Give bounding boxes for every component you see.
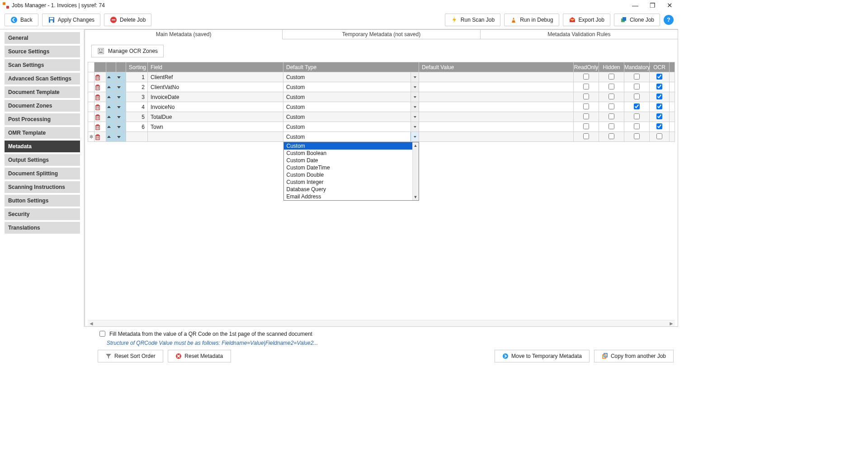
default-value-cell[interactable] <box>419 102 574 112</box>
ocr-checkbox[interactable] <box>650 132 670 142</box>
sidebar-item-document-template[interactable]: Document Template <box>5 86 80 98</box>
sorting-cell[interactable]: 4 <box>126 102 148 112</box>
chevron-down-icon[interactable] <box>410 132 419 141</box>
hidden-checkbox[interactable] <box>599 82 624 92</box>
tab-temp-metadata[interactable]: Temporary Metadata (not saved) <box>283 29 480 39</box>
hidden-checkbox[interactable] <box>599 102 624 112</box>
readonly-checkbox[interactable] <box>574 132 599 142</box>
field-cell[interactable]: InvoiceNo <box>148 102 283 112</box>
dropdown-option[interactable]: Custom Boolean <box>284 150 419 157</box>
export-job-button[interactable]: Export Job <box>563 14 610 26</box>
sidebar-item-scan-settings[interactable]: Scan Settings <box>5 59 80 71</box>
move-down-button[interactable] <box>116 72 126 82</box>
col-hidden[interactable]: Hidden <box>599 62 624 72</box>
close-button[interactable]: ✕ <box>661 0 678 11</box>
sorting-cell[interactable]: 3 <box>126 92 148 102</box>
chevron-down-icon[interactable] <box>410 82 419 92</box>
dropdown-option[interactable]: Database Query <box>284 186 419 193</box>
dropdown-option[interactable]: Custom <box>284 142 419 150</box>
delete-row-button[interactable] <box>94 132 106 142</box>
col-field[interactable]: Field <box>148 62 283 72</box>
ocr-checkbox[interactable] <box>650 112 670 122</box>
dropdown-option[interactable]: Email Address <box>284 193 419 200</box>
scroll-up-icon[interactable]: ▲ <box>413 142 419 149</box>
col-sorting[interactable]: Sorting <box>126 62 148 72</box>
back-button[interactable]: Back <box>5 14 38 26</box>
fill-from-qr-checkbox[interactable] <box>99 331 105 337</box>
mandatory-checkbox[interactable] <box>624 92 650 102</box>
move-up-button[interactable] <box>106 132 116 142</box>
ocr-checkbox[interactable] <box>650 72 670 82</box>
default-value-cell[interactable] <box>419 122 574 132</box>
grid-vscroll[interactable] <box>670 62 675 72</box>
default-type-dropdown[interactable]: CustomCustom BooleanCustom DateCustom Da… <box>283 142 419 201</box>
default-value-cell[interactable] <box>419 132 574 142</box>
sidebar-item-document-zones[interactable]: Document Zones <box>5 100 80 112</box>
delete-row-button[interactable] <box>94 82 106 92</box>
delete-row-button[interactable] <box>94 102 106 112</box>
chevron-down-icon[interactable] <box>410 72 419 82</box>
move-up-button[interactable] <box>106 112 116 122</box>
sorting-cell[interactable]: 2 <box>126 82 148 92</box>
field-cell[interactable] <box>148 132 283 142</box>
default-type-cell[interactable]: Custom <box>283 122 419 132</box>
tab-validation-rules[interactable]: Metadata Validation Rules <box>481 29 678 39</box>
ocr-checkbox[interactable] <box>650 82 670 92</box>
default-value-cell[interactable] <box>419 82 574 92</box>
sidebar-item-button-settings[interactable]: Button Settings <box>5 195 80 207</box>
mandatory-checkbox[interactable] <box>624 82 650 92</box>
default-value-cell[interactable] <box>419 112 574 122</box>
default-type-cell[interactable]: Custom <box>283 72 419 82</box>
chevron-down-icon[interactable] <box>410 92 419 102</box>
readonly-checkbox[interactable] <box>574 122 599 132</box>
sidebar-item-advanced-scan-settings[interactable]: Advanced Scan Settings <box>5 73 80 85</box>
chevron-down-icon[interactable] <box>410 112 419 122</box>
hidden-checkbox[interactable] <box>599 112 624 122</box>
col-mandatory[interactable]: Mandatory <box>624 62 650 72</box>
default-type-cell[interactable]: Custom <box>283 102 419 112</box>
scroll-down-icon[interactable]: ▼ <box>413 194 419 200</box>
col-default-value[interactable]: Default Value <box>419 62 574 72</box>
readonly-checkbox[interactable] <box>574 112 599 122</box>
dropdown-option[interactable]: Custom DateTime <box>284 164 419 171</box>
sidebar-item-document-splitting[interactable]: Document Splitting <box>5 168 80 179</box>
move-down-button[interactable] <box>116 82 126 92</box>
field-cell[interactable]: TotalDue <box>148 112 283 122</box>
readonly-checkbox[interactable] <box>574 82 599 92</box>
run-debug-button[interactable]: Run in Debug <box>504 14 559 26</box>
help-button[interactable]: ? <box>664 15 674 25</box>
ocr-checkbox[interactable] <box>650 102 670 112</box>
hidden-checkbox[interactable] <box>599 122 624 132</box>
move-down-button[interactable] <box>116 92 126 102</box>
hidden-checkbox[interactable] <box>599 92 624 102</box>
dropdown-option[interactable]: Custom Double <box>284 171 419 179</box>
reset-metadata-button[interactable]: Reset Metadata <box>168 350 231 362</box>
manage-ocr-zones-button[interactable]: Manage OCR Zones <box>91 45 164 57</box>
run-scan-job-button[interactable]: Run Scan Job <box>445 14 500 26</box>
delete-row-button[interactable] <box>94 72 106 82</box>
move-up-button[interactable] <box>106 122 116 132</box>
chevron-down-icon[interactable] <box>410 122 419 132</box>
readonly-checkbox[interactable] <box>574 92 599 102</box>
sidebar-item-omr-template[interactable]: OMR Template <box>5 127 80 139</box>
sidebar-item-scanning-instructions[interactable]: Scanning Instructions <box>5 181 80 193</box>
maximize-button[interactable]: ❐ <box>644 0 661 11</box>
sidebar-item-post-processing[interactable]: Post Processing <box>5 113 80 125</box>
dropdown-scrollbar[interactable]: ▲ ▼ <box>412 142 419 200</box>
default-type-cell[interactable]: Custom <box>283 92 419 102</box>
sorting-cell[interactable] <box>126 132 148 142</box>
delete-row-button[interactable] <box>94 92 106 102</box>
default-type-cell[interactable]: Custom <box>283 82 419 92</box>
move-down-button[interactable] <box>116 122 126 132</box>
readonly-checkbox[interactable] <box>574 102 599 112</box>
move-to-temp-button[interactable]: Move to Temporary Metadata <box>495 350 590 362</box>
dropdown-option[interactable]: Custom Integer <box>284 179 419 186</box>
move-up-button[interactable] <box>106 82 116 92</box>
copy-from-job-button[interactable]: Copy from another Job <box>594 350 674 362</box>
move-down-button[interactable] <box>116 132 126 142</box>
col-default-type[interactable]: Default Type <box>283 62 419 72</box>
apply-changes-button[interactable]: Apply Changes <box>42 14 100 26</box>
field-cell[interactable]: ClientRef <box>148 72 283 82</box>
hidden-checkbox[interactable] <box>599 132 624 142</box>
mandatory-checkbox[interactable] <box>624 122 650 132</box>
